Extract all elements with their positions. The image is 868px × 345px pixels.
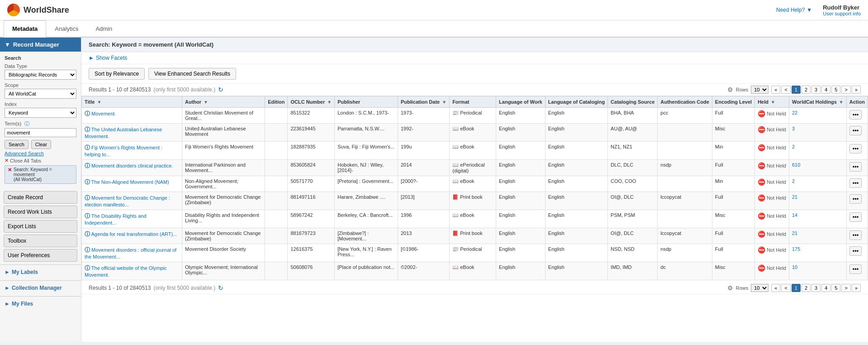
- wc-holdings-link[interactable]: 10: [792, 264, 797, 270]
- col-wc-holdings[interactable]: WorldCat Holdings ▼: [789, 96, 846, 108]
- info-icon[interactable]: ⓘ: [85, 247, 90, 253]
- col-lang-work[interactable]: Language of Work: [496, 96, 545, 108]
- wc-holdings-link[interactable]: 14: [792, 212, 797, 218]
- action-menu-button[interactable]: •••: [849, 126, 862, 135]
- toolbox-button[interactable]: Toolbox: [4, 235, 77, 247]
- rows-select-bottom[interactable]: 10 25 50: [751, 284, 768, 292]
- info-icon[interactable]: ⓘ: [85, 126, 90, 133]
- title-link[interactable]: Movement disorders clinical practice.: [91, 163, 173, 168]
- page-first-btn[interactable]: «: [771, 86, 780, 94]
- term-input[interactable]: [5, 128, 76, 137]
- col-format[interactable]: Format: [450, 96, 496, 108]
- clear-button[interactable]: Clear: [31, 140, 51, 149]
- settings-icon[interactable]: ⚙: [727, 86, 733, 93]
- col-author[interactable]: Author ▼: [182, 96, 265, 108]
- action-menu-button[interactable]: •••: [849, 144, 862, 153]
- page-1-btn[interactable]: 1: [792, 86, 801, 94]
- index-select[interactable]: Keyword Title Author Subject: [5, 108, 76, 118]
- info-icon[interactable]: ⓘ: [85, 195, 90, 201]
- view-enhanced-search-button[interactable]: View Enhanced Search Results: [148, 68, 236, 80]
- info-icon[interactable]: ⓘ: [85, 231, 90, 237]
- title-link[interactable]: Movement for Democratic Change : electio…: [85, 195, 170, 207]
- need-help-link[interactable]: Need Help? ▼: [776, 7, 812, 13]
- export-lists-button[interactable]: Export Lists: [4, 220, 77, 233]
- action-menu-button[interactable]: •••: [849, 110, 862, 120]
- wc-holdings-link[interactable]: 2: [792, 144, 795, 149]
- refresh-icon[interactable]: ↻: [218, 86, 223, 93]
- info-icon[interactable]: ⓘ: [85, 213, 90, 219]
- sort-by-relevance-button[interactable]: Sort by Relevance: [89, 68, 145, 80]
- tab-admin[interactable]: Admin: [87, 20, 121, 38]
- user-support-link[interactable]: User support info: [823, 11, 861, 16]
- col-held[interactable]: Held ▼: [755, 96, 789, 108]
- col-edition[interactable]: Edition: [265, 96, 288, 108]
- info-icon[interactable]: ⓘ: [85, 144, 90, 151]
- page-3-btn[interactable]: 3: [811, 86, 821, 94]
- remove-search-tag[interactable]: ✕: [8, 167, 12, 173]
- title-link[interactable]: Agenda for real transformation (ART)...: [91, 231, 177, 237]
- title-link[interactable]: The Disability Rights and Independent...: [85, 213, 147, 225]
- bottom-refresh-icon[interactable]: ↻: [218, 284, 223, 292]
- page-5-btn[interactable]: 5: [831, 86, 840, 94]
- rows-select-top[interactable]: 10 25 50: [751, 86, 768, 94]
- col-lang-cat[interactable]: Language of Cataloging: [545, 96, 607, 108]
- title-link[interactable]: The Non-Aligned Movement (NAM): [91, 179, 169, 185]
- action-menu-button[interactable]: •••: [849, 162, 862, 172]
- bottom-settings-icon[interactable]: ⚙: [727, 284, 733, 292]
- title-link[interactable]: Movement disorders : official journal of…: [85, 247, 176, 259]
- info-icon[interactable]: ⓘ: [85, 265, 90, 271]
- col-pubdate[interactable]: Publication Date ▼: [398, 96, 449, 108]
- bottom-page-4-btn[interactable]: 4: [821, 284, 830, 292]
- title-link[interactable]: The United Australian Lebanese Movement.: [85, 127, 162, 139]
- search-button[interactable]: Search: [5, 140, 28, 149]
- info-icon[interactable]: ⓘ: [85, 110, 90, 117]
- scope-select[interactable]: All WorldCat My Library: [5, 89, 76, 99]
- page-next-btn[interactable]: >: [841, 86, 850, 94]
- bottom-page-next-btn[interactable]: >: [841, 284, 850, 292]
- bottom-page-1-btn[interactable]: 1: [792, 284, 801, 292]
- bottom-page-5-btn[interactable]: 5: [831, 284, 840, 292]
- collection-manager-header[interactable]: ► Collection Manager: [0, 283, 81, 293]
- action-menu-button[interactable]: •••: [849, 178, 862, 188]
- title-link[interactable]: Movement.: [91, 111, 116, 116]
- col-title[interactable]: Title ▼: [82, 96, 182, 108]
- record-work-lists-button[interactable]: Record Work Lists: [4, 206, 77, 218]
- data-type-select[interactable]: Bibliographic Records Authority Records: [5, 70, 76, 80]
- col-cat-source[interactable]: Cataloging Source: [608, 96, 658, 108]
- col-auth-code[interactable]: Authentication Code: [658, 96, 712, 108]
- tab-analytics[interactable]: Analytics: [46, 20, 87, 38]
- title-link[interactable]: Fiji Women's Rights Movement : helping t…: [85, 145, 162, 157]
- bottom-page-3-btn[interactable]: 3: [811, 284, 821, 292]
- col-enc-level[interactable]: Encoding Level: [712, 96, 754, 108]
- action-menu-button[interactable]: •••: [849, 246, 862, 256]
- bottom-page-first-btn[interactable]: «: [771, 284, 780, 292]
- action-menu-button[interactable]: •••: [849, 264, 862, 274]
- show-facets[interactable]: ► Show Facets: [81, 52, 868, 64]
- action-menu-button[interactable]: •••: [849, 194, 862, 204]
- my-files-header[interactable]: ► My Files: [0, 298, 81, 309]
- action-menu-button[interactable]: •••: [849, 212, 862, 222]
- close-all-tabs[interactable]: ✕ Close All Tabs: [5, 158, 76, 163]
- sidebar-header[interactable]: ▼ Record Manager: [0, 38, 81, 52]
- wc-holdings-link[interactable]: 610: [792, 162, 800, 168]
- title-link[interactable]: The official website of the Olympic Move…: [85, 265, 167, 278]
- bottom-page-prev-btn[interactable]: <: [781, 284, 790, 292]
- wc-holdings-link[interactable]: 2: [792, 178, 795, 184]
- user-preferences-button[interactable]: User Preferences: [4, 249, 77, 262]
- page-2-btn[interactable]: 2: [802, 86, 811, 94]
- tab-metadata[interactable]: Metadata: [4, 20, 46, 38]
- help-icon[interactable]: ⓘ: [24, 121, 29, 126]
- bottom-page-last-btn[interactable]: »: [852, 284, 861, 292]
- my-labels-header[interactable]: ► My Labels: [0, 267, 81, 278]
- bottom-page-2-btn[interactable]: 2: [802, 284, 811, 292]
- page-4-btn[interactable]: 4: [821, 86, 830, 94]
- create-record-button[interactable]: Create Record: [4, 191, 77, 204]
- wc-holdings-link[interactable]: 21: [792, 230, 797, 236]
- wc-holdings-link[interactable]: 21: [792, 194, 797, 200]
- wc-holdings-link[interactable]: 22: [792, 110, 797, 115]
- advanced-search-link[interactable]: Advanced Search: [5, 151, 76, 156]
- page-prev-btn[interactable]: <: [781, 86, 790, 94]
- action-menu-button[interactable]: •••: [849, 230, 862, 240]
- col-publisher[interactable]: Publisher: [335, 96, 398, 108]
- info-icon[interactable]: ⓘ: [85, 179, 90, 185]
